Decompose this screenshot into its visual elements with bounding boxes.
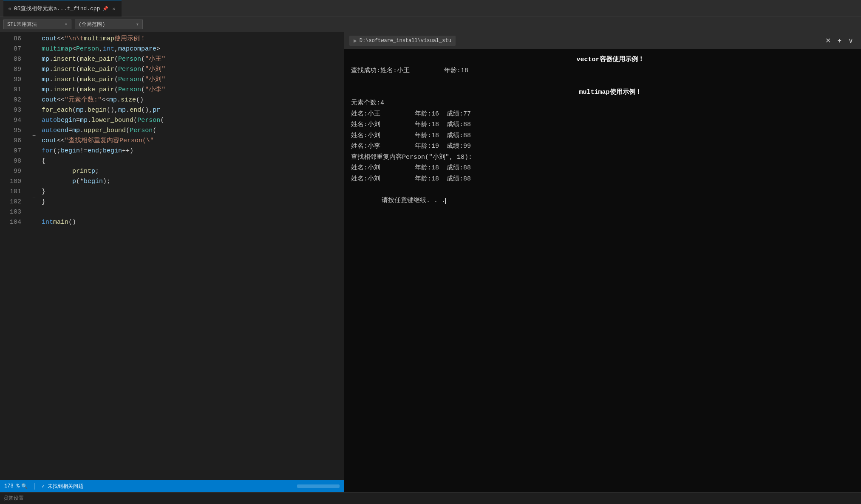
- code-line-91: mp.insert(make_pair(Person("小李": [42, 85, 344, 95]
- output-text-11: 姓名:小刘 年龄:18 成绩:88: [351, 175, 471, 183]
- term-line-2: 查找成功:姓名:小王 年龄:18: [351, 65, 854, 76]
- output-text-10: 姓名:小刘 年龄:18 成绩:88: [351, 164, 471, 172]
- tab-label: 05查找相邻元素a...t_find.cpp: [14, 5, 100, 12]
- terminal-tab-label: D:\software_install\visual_stu: [360, 38, 451, 44]
- output-text-1: 查找成功:姓名:小王 年龄:18: [351, 67, 468, 74]
- code-line-101: }: [42, 187, 344, 197]
- output-text-3: multimap使用示例！: [564, 89, 641, 96]
- output-text-5: 姓名:小王 年龄:16 成绩:77: [351, 110, 471, 118]
- toolbar: STL常用算法 ▾ (全局范围) ▾: [0, 17, 861, 32]
- output-text-6: 姓名:小刘 年龄:18 成绩:88: [351, 121, 471, 128]
- terminal-cursor: [445, 198, 446, 204]
- output-text-4: 元素个数:4: [351, 99, 384, 107]
- terminal-title-bar: ▶ D:\software_install\visual_stu ✕ + ∨: [344, 32, 861, 49]
- code-line-96: cout << "查找相邻重复内容Person(\": [42, 136, 344, 146]
- code-line-92: cout << "元素个数:" << mp.size(): [42, 95, 344, 105]
- output-text-7: 姓名:小刘 年龄:18 成绩:88: [351, 132, 471, 139]
- status-text: ✓ 未找到相关问题: [42, 483, 83, 490]
- terminal-tab-icon: ▶: [354, 37, 357, 44]
- dropdown-arrow-icon: ▾: [65, 21, 68, 28]
- title-bar: ⊕ 05查找相邻元素a...t_find.cpp 📌 ✕: [0, 0, 861, 17]
- line-numbers: 86 87 88 89 90 91 92 93 94 95 96 97 98 9…: [0, 32, 30, 480]
- tab-icon: ⊕: [8, 6, 11, 11]
- code-lines: cout << "\n\tmultimap使用示例！ multimap<Pers…: [38, 32, 344, 480]
- scrollbar[interactable]: [297, 484, 340, 488]
- code-line-87: multimap<Person, int, mapcompare>: [42, 44, 344, 54]
- term-line-9: 姓名:小李 年龄:19 成绩:99: [351, 141, 854, 152]
- bottom-bar-label: 员常设置: [3, 495, 24, 502]
- output-text-0: vector容器使用示例！: [577, 56, 644, 63]
- term-line-13: 请按任意键继续. . .: [351, 184, 854, 217]
- code-line-93: for_each(mp.begin(), mp.end(), pr: [42, 105, 344, 115]
- algorithm-dropdown[interactable]: STL常用算法 ▾: [3, 20, 71, 29]
- zoom-icon: 🔍: [21, 483, 28, 490]
- output-text-8: 姓名:小李 年龄:19 成绩:99: [351, 143, 471, 150]
- code-line-95: auto end = mp.upper_bound(Person(: [42, 126, 344, 136]
- term-line-12: 姓名:小刘 年龄:18 成绩:88: [351, 174, 854, 185]
- pin-icon: 📌: [102, 6, 108, 11]
- code-line-104: int main(): [42, 217, 344, 228]
- code-line-98: {: [42, 156, 344, 166]
- term-line-1: vector容器使用示例！: [351, 54, 854, 65]
- term-line-6: 姓名:小王 年龄:16 成绩:77: [351, 109, 854, 120]
- code-line-90: mp.insert(make_pair(Person("小刘": [42, 75, 344, 85]
- output-text-12: 请按任意键继续. . .: [382, 197, 445, 204]
- tab-close-button[interactable]: ✕: [111, 6, 116, 12]
- code-editor[interactable]: 86 87 88 89 90 91 92 93 94 95 96 97 98 9…: [0, 32, 344, 492]
- status-bar: 173 % 🔍 ✓ 未找到相关问题: [0, 480, 344, 492]
- term-line-7: 姓名:小刘 年龄:18 成绩:88: [351, 119, 854, 130]
- scope-dropdown-arrow-icon: ▾: [136, 21, 139, 28]
- zoom-level: 173 %: [4, 483, 20, 489]
- zoom-control[interactable]: 173 % 🔍: [4, 483, 28, 490]
- code-line-86: cout << "\n\tmultimap使用示例！: [42, 34, 344, 44]
- bottom-bar: 员常设置: [0, 492, 861, 504]
- file-tab[interactable]: ⊕ 05查找相邻元素a...t_find.cpp 📌 ✕: [3, 0, 122, 17]
- term-line-5: 元素个数:4: [351, 98, 854, 109]
- scope-dropdown-label: (全局范围): [79, 21, 105, 28]
- terminal-chevron-button[interactable]: ∨: [846, 36, 856, 45]
- scope-dropdown[interactable]: (全局范围) ▾: [75, 20, 143, 29]
- terminal-tab[interactable]: ▶ D:\software_install\visual_stu: [349, 36, 456, 46]
- code-line-103: [42, 207, 344, 217]
- code-line-97: for (; begin != end; begin++): [42, 146, 344, 156]
- main-area: 86 87 88 89 90 91 92 93 94 95 96 97 98 9…: [0, 32, 861, 492]
- fold-gutter: − −: [30, 32, 38, 480]
- code-line-99: print p;: [42, 166, 344, 177]
- separator: [34, 483, 35, 490]
- terminal-add-button[interactable]: +: [835, 36, 844, 45]
- term-line-8: 姓名:小刘 年龄:18 成绩:88: [351, 130, 854, 141]
- code-content: 86 87 88 89 90 91 92 93 94 95 96 97 98 9…: [0, 32, 344, 480]
- terminal-close-button[interactable]: ✕: [823, 36, 833, 45]
- code-line-89: mp.insert(make_pair(Person("小刘": [42, 65, 344, 75]
- code-line-94: auto begin=mp.lower_bound(Person(: [42, 115, 344, 126]
- terminal-panel: ▶ D:\software_install\visual_stu ✕ + ∨ v…: [344, 32, 861, 492]
- term-line-3: [351, 76, 854, 87]
- status-message: ✓ 未找到相关问题: [42, 483, 83, 490]
- code-line-88: mp.insert(make_pair(Person("小王": [42, 54, 344, 65]
- code-line-100: p(*begin);: [42, 177, 344, 187]
- algorithm-dropdown-label: STL常用算法: [7, 21, 37, 28]
- terminal-buttons: ✕ + ∨: [823, 36, 856, 45]
- code-line-102: }: [42, 197, 344, 207]
- terminal-content[interactable]: vector容器使用示例！ 查找成功:姓名:小王 年龄:18 multimap使…: [344, 49, 861, 492]
- term-line-10: 查找相邻重复内容Person("小刘", 18):: [351, 152, 854, 163]
- output-text-9: 查找相邻重复内容Person("小刘", 18):: [351, 154, 472, 161]
- term-line-11: 姓名:小刘 年龄:18 成绩:88: [351, 163, 854, 174]
- term-line-4: multimap使用示例！: [351, 87, 854, 98]
